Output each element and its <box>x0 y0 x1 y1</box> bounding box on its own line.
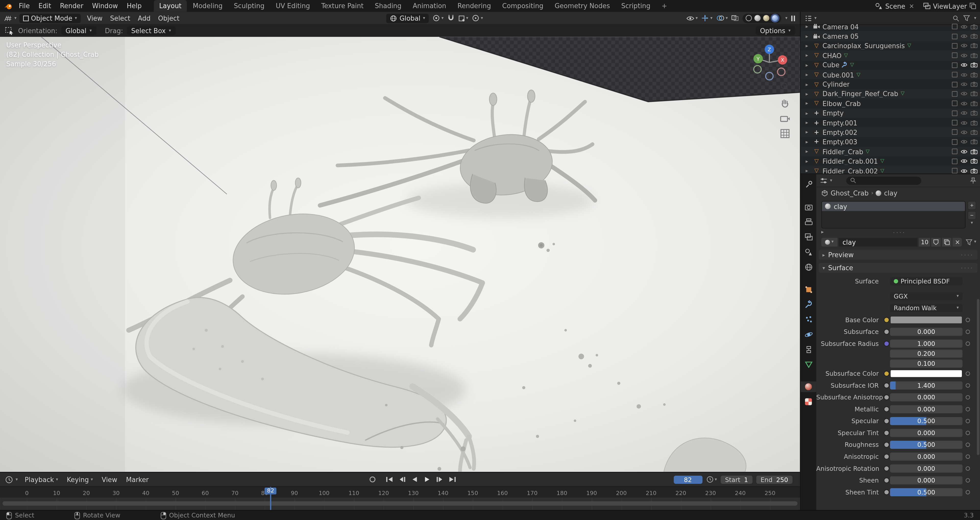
hide-in-viewport-icon[interactable] <box>961 130 967 135</box>
xray-toggle[interactable] <box>732 15 739 21</box>
timeline-editor-icon[interactable] <box>5 476 13 484</box>
material-properties-tab[interactable] <box>800 381 816 392</box>
workspace-tab-shading[interactable]: Shading <box>369 0 407 12</box>
workspace-tab-add[interactable]: + <box>656 0 673 12</box>
shading-dropdown[interactable]: ▾ <box>785 16 788 20</box>
playback-sync-dropdown[interactable]: ▾ <box>706 476 717 483</box>
disclosure-icon[interactable]: ▸ <box>806 130 811 135</box>
unlink-scene-icon[interactable]: × <box>908 3 915 10</box>
workspace-tab-scripting[interactable]: Scripting <box>616 0 656 12</box>
shading-rendered-button[interactable] <box>772 15 778 21</box>
hide-in-viewport-icon[interactable] <box>961 43 967 48</box>
disclosure-icon[interactable]: ▸ <box>806 168 811 174</box>
workspace-tab-uv-editing[interactable]: UV Editing <box>270 0 315 12</box>
outliner-editor-icon[interactable] <box>804 15 812 22</box>
animate-decorator[interactable] <box>965 395 969 400</box>
search-icon[interactable] <box>953 15 959 22</box>
disclosure-icon[interactable]: ▸ <box>806 82 811 87</box>
frame-end-field[interactable]: End250 <box>756 476 792 484</box>
slot-list-resize-grip[interactable]: ▸ ···· <box>816 228 980 236</box>
selectability-checkbox[interactable] <box>952 168 958 174</box>
animate-decorator[interactable] <box>965 342 969 346</box>
menu-help[interactable]: Help <box>122 0 146 12</box>
object-name[interactable]: Cylinder <box>822 81 850 88</box>
frame-start-field[interactable]: Start1 <box>721 476 752 484</box>
hide-in-viewport-icon[interactable] <box>961 120 967 125</box>
disable-in-renders-icon[interactable] <box>970 168 977 173</box>
disable-in-renders-icon[interactable] <box>970 53 977 58</box>
timeline-menu-playback[interactable]: Playback▾ <box>21 474 62 485</box>
particles-properties-tab[interactable] <box>800 314 816 325</box>
snap-settings-dropdown[interactable]: ▾ <box>458 15 468 22</box>
outliner-row[interactable]: ▸ ▽ Fiddler_Crab.002 ▽ <box>800 166 980 174</box>
blender-logo-icon[interactable] <box>4 2 13 10</box>
breadcrumb-object[interactable]: Ghost_Crab <box>831 189 869 197</box>
properties-editor-icon[interactable] <box>820 177 827 184</box>
disclosure-icon[interactable]: ▸ <box>806 72 811 78</box>
shading-material-button[interactable] <box>763 15 770 21</box>
workspace-tab-geometry-nodes[interactable]: Geometry Nodes <box>549 0 616 12</box>
disable-in-renders-icon[interactable] <box>970 149 977 154</box>
selectability-checkbox[interactable] <box>952 33 958 39</box>
selectability-checkbox[interactable] <box>952 24 958 30</box>
visibility-dropdown[interactable]: ▾ <box>686 15 698 21</box>
menu-render[interactable]: Render <box>56 0 88 12</box>
selectability-checkbox[interactable] <box>952 149 958 154</box>
object-name[interactable]: Cube.001 <box>822 71 854 78</box>
browse-material-button[interactable]: ▾ <box>821 238 838 246</box>
tool-properties-tab[interactable] <box>800 179 816 190</box>
animate-decorator[interactable] <box>965 455 969 459</box>
scrollbar[interactable] <box>977 299 980 455</box>
properties-search-input[interactable] <box>846 176 921 185</box>
current-frame-field[interactable]: 82 <box>673 476 702 484</box>
hide-in-viewport-icon[interactable] <box>961 63 967 68</box>
animate-decorator[interactable] <box>965 384 969 388</box>
animate-decorator[interactable] <box>965 431 969 435</box>
disclosure-icon[interactable]: ▸ <box>806 91 811 97</box>
specular-field[interactable]: 0.500 <box>890 417 963 425</box>
disclosure-icon[interactable]: ▸ <box>806 62 811 68</box>
metallic-field[interactable]: 0.000 <box>890 405 963 413</box>
new-viewlayer-icon[interactable] <box>969 3 976 10</box>
material-slot[interactable]: clay <box>822 201 965 211</box>
unlink-material-button[interactable]: × <box>953 238 962 246</box>
object-name[interactable]: Elbow_Crab <box>822 100 861 107</box>
orientation-dropdown[interactable]: Global▾ <box>61 26 96 35</box>
object-name[interactable]: Fiddler_Crab.001 <box>822 157 878 165</box>
viewport-3d[interactable]: User Perspective (82) Collection | Ghost… <box>0 37 800 472</box>
viewlayer-selector[interactable]: ViewLayer <box>933 2 967 10</box>
outliner-row[interactable]: ▸ Camera 04 <box>800 22 980 32</box>
gizmos-dropdown[interactable]: ▾ <box>702 14 713 22</box>
object-name[interactable]: Camera 05 <box>822 33 859 40</box>
animate-decorator[interactable] <box>965 371 969 376</box>
roughness-field[interactable]: 0.500 <box>890 441 963 449</box>
workspace-tab-animation[interactable]: Animation <box>407 0 452 12</box>
object-data-properties-tab[interactable] <box>800 359 816 369</box>
playhead-frame-chip[interactable]: 82 <box>265 488 277 495</box>
orthographic-grid-icon[interactable] <box>780 128 790 138</box>
outliner-row[interactable]: ▸ + Empty.001 <box>800 118 980 128</box>
surface-panel-header[interactable]: ▾ Surface ···· <box>819 263 977 273</box>
options-dropdown[interactable]: Options▾ <box>756 26 795 35</box>
selectability-checkbox[interactable] <box>952 158 958 164</box>
new-material-button[interactable] <box>942 238 952 246</box>
selectability-checkbox[interactable] <box>952 53 958 59</box>
disclosure-icon[interactable]: ▸ <box>806 139 811 145</box>
drag-dropdown[interactable]: Select Box▾ <box>127 26 175 35</box>
disable-in-renders-icon[interactable] <box>970 43 977 48</box>
outliner-row[interactable]: ▸ ▽ CHAO ▽ <box>800 51 980 60</box>
viewport-menu-view[interactable]: View <box>83 11 106 24</box>
disclosure-icon[interactable]: ▸ <box>806 149 811 154</box>
disclosure-icon[interactable]: ▸ <box>806 120 811 125</box>
jump-to-end-button[interactable] <box>447 475 458 484</box>
animate-decorator[interactable] <box>965 330 969 334</box>
filter-icon[interactable] <box>963 15 970 21</box>
viewport-menu-add[interactable]: Add <box>134 11 154 24</box>
hide-in-viewport-icon[interactable] <box>961 53 967 58</box>
physics-properties-tab[interactable] <box>800 329 816 340</box>
disable-in-renders-icon[interactable] <box>970 120 977 125</box>
snap-toggle[interactable] <box>447 14 454 22</box>
workspace-tab-layout[interactable]: Layout <box>154 0 187 12</box>
hide-in-viewport-icon[interactable] <box>961 101 967 106</box>
outliner-row[interactable]: ▸ ▽ Fiddler_Crab ▽ <box>800 147 980 157</box>
